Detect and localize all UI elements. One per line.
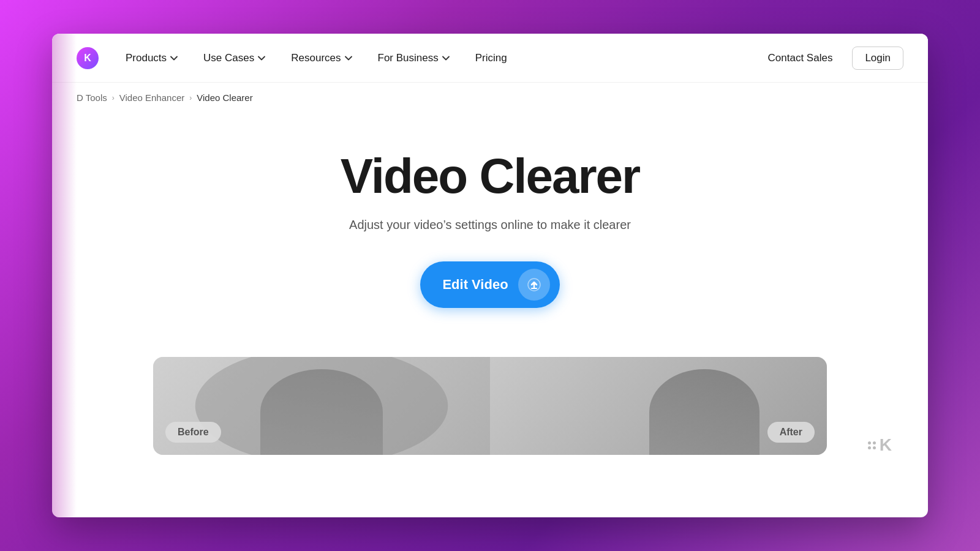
before-label: Before: [165, 422, 221, 443]
breadcrumb: D Tools › Video Enhancer › Video Clearer: [52, 83, 928, 113]
before-after-container: Before After: [153, 357, 827, 455]
navbar-right: Contact Sales Login: [758, 47, 903, 70]
watermark-dot-4: [873, 446, 876, 449]
upload-icon: [527, 277, 541, 292]
logo[interactable]: K: [77, 47, 99, 69]
breadcrumb-video-clearer: Video Clearer: [197, 92, 252, 103]
logo-letter: K: [84, 53, 91, 64]
nav-label-resources: Resources: [291, 52, 341, 64]
chevron-down-icon: [344, 53, 353, 63]
breadcrumb-video-enhancer[interactable]: Video Enhancer: [119, 92, 184, 103]
upload-icon-circle: [518, 269, 550, 301]
watermark-letter: K: [880, 435, 891, 455]
nav-label-for-business: For Business: [378, 52, 439, 64]
browser-window: K Products Use Cases: [52, 34, 928, 517]
login-button[interactable]: Login: [852, 47, 903, 70]
nav-label-pricing: Pricing: [475, 52, 507, 64]
nav-item-products[interactable]: Products: [116, 47, 189, 69]
cta-label: Edit Video: [442, 277, 508, 293]
nav-label-use-cases: Use Cases: [203, 52, 254, 64]
chevron-down-icon: [169, 53, 179, 63]
watermark: K: [868, 435, 891, 455]
edit-video-button[interactable]: Edit Video: [420, 261, 559, 308]
before-after-section: Before After K: [52, 345, 928, 467]
breadcrumb-separator-1: ›: [112, 94, 115, 102]
breadcrumb-separator-2: ›: [189, 94, 192, 102]
before-silhouette: [260, 369, 383, 455]
after-label: After: [767, 422, 815, 443]
breadcrumb-d-tools[interactable]: D Tools: [77, 92, 107, 103]
watermark-dot-1: [868, 441, 871, 444]
chevron-down-icon: [441, 53, 451, 63]
nav-item-pricing[interactable]: Pricing: [466, 47, 517, 69]
nav-items: Products Use Cases: [116, 47, 517, 69]
watermark-dots: [868, 441, 876, 449]
main-content: Video Clearer Adjust your video’s settin…: [52, 113, 928, 467]
nav-item-for-business[interactable]: For Business: [368, 47, 461, 69]
watermark-dot-2: [873, 441, 876, 444]
before-panel: Before: [153, 357, 490, 455]
navbar-left: K Products Use Cases: [77, 47, 517, 69]
nav-label-products: Products: [126, 52, 167, 64]
nav-item-resources[interactable]: Resources: [281, 47, 363, 69]
navbar: K Products Use Cases: [52, 34, 928, 83]
after-panel: After: [490, 357, 827, 455]
chevron-down-icon: [257, 53, 266, 63]
watermark-dot-3: [868, 446, 871, 449]
page-title: Video Clearer: [341, 149, 639, 203]
page-subtitle: Adjust your video’s settings online to m…: [349, 218, 631, 232]
contact-sales-button[interactable]: Contact Sales: [758, 47, 843, 69]
nav-item-use-cases[interactable]: Use Cases: [194, 47, 276, 69]
after-silhouette: [649, 369, 760, 455]
